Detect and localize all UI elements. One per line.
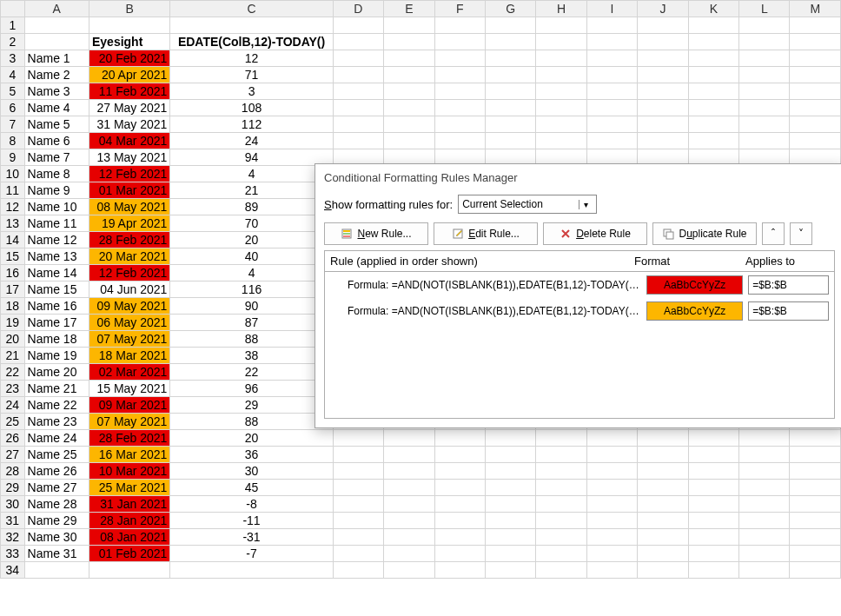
cell[interactable]: 28 Jan 2021 — [89, 513, 169, 529]
row-header[interactable]: 24 — [1, 397, 25, 414]
row-header[interactable]: 2 — [1, 34, 25, 50]
cell[interactable] — [739, 513, 790, 529]
column-header-I[interactable]: I — [586, 1, 637, 17]
cell[interactable] — [89, 17, 169, 34]
cell[interactable] — [384, 116, 434, 133]
column-header-K[interactable]: K — [688, 1, 738, 17]
cell[interactable]: Name 8 — [24, 166, 89, 182]
row-header[interactable]: 12 — [1, 199, 25, 215]
column-header-F[interactable]: F — [434, 1, 485, 17]
cell[interactable]: 20 — [170, 232, 333, 248]
cell[interactable] — [384, 17, 434, 34]
cell[interactable] — [586, 430, 637, 447]
column-header-L[interactable]: L — [739, 1, 790, 17]
cell[interactable] — [739, 100, 790, 116]
cell[interactable] — [485, 562, 535, 579]
cell[interactable] — [333, 83, 383, 100]
cell[interactable] — [586, 50, 637, 67]
cell[interactable] — [485, 67, 535, 83]
cell[interactable] — [790, 100, 841, 116]
cell[interactable] — [536, 496, 586, 513]
rule-row[interactable]: Formula: =AND(NOT(ISBLANK(B1)),EDATE(B1,… — [325, 298, 834, 324]
cell[interactable] — [638, 463, 688, 480]
cell[interactable] — [485, 17, 535, 34]
cell[interactable]: -8 — [170, 496, 333, 513]
cell[interactable]: Name 22 — [24, 397, 89, 414]
cell[interactable]: Name 4 — [24, 100, 89, 116]
row-header[interactable]: 23 — [1, 381, 25, 397]
cell[interactable] — [536, 562, 586, 579]
cell[interactable]: 20 Apr 2021 — [89, 67, 169, 83]
cell[interactable]: Eyesight — [89, 34, 169, 50]
cell[interactable] — [536, 529, 586, 546]
cell[interactable] — [384, 546, 434, 562]
cell[interactable]: 89 — [170, 199, 333, 215]
cell[interactable] — [536, 67, 586, 83]
cell[interactable] — [384, 133, 434, 149]
cell[interactable] — [384, 562, 434, 579]
row-header[interactable]: 25 — [1, 414, 25, 430]
cell[interactable]: Name 6 — [24, 133, 89, 149]
row-header[interactable]: 8 — [1, 133, 25, 149]
cell[interactable] — [739, 480, 790, 496]
cell[interactable]: 08 May 2021 — [89, 199, 169, 215]
cell[interactable] — [586, 480, 637, 496]
cell[interactable]: Name 30 — [24, 529, 89, 546]
cell[interactable] — [638, 562, 688, 579]
cell[interactable] — [739, 50, 790, 67]
cell[interactable] — [638, 447, 688, 463]
cell[interactable] — [170, 17, 333, 34]
cell[interactable] — [333, 34, 383, 50]
cell[interactable]: 112 — [170, 116, 333, 133]
cell[interactable]: 25 Mar 2021 — [89, 480, 169, 496]
cell[interactable] — [586, 529, 637, 546]
row-header[interactable]: 6 — [1, 100, 25, 116]
cell[interactable] — [536, 480, 586, 496]
cell[interactable]: 31 May 2021 — [89, 116, 169, 133]
cell[interactable] — [790, 133, 841, 149]
column-header-G[interactable]: G — [485, 1, 535, 17]
cell[interactable]: 02 Mar 2021 — [89, 364, 169, 381]
cell[interactable]: 4 — [170, 166, 333, 182]
cell[interactable]: 38 — [170, 348, 333, 364]
column-header-D[interactable]: D — [333, 1, 383, 17]
row-header[interactable]: 31 — [1, 513, 25, 529]
cell[interactable] — [434, 83, 485, 100]
cell[interactable] — [688, 480, 738, 496]
cell[interactable]: Name 23 — [24, 414, 89, 430]
cell[interactable] — [739, 529, 790, 546]
cell[interactable]: -31 — [170, 529, 333, 546]
cell[interactable] — [790, 50, 841, 67]
cell[interactable]: 30 — [170, 463, 333, 480]
cell[interactable] — [485, 133, 535, 149]
row-header[interactable]: 34 — [1, 562, 25, 579]
cell[interactable] — [536, 34, 586, 50]
row-header[interactable]: 3 — [1, 50, 25, 67]
cell[interactable] — [586, 100, 637, 116]
cell[interactable] — [536, 447, 586, 463]
cell[interactable] — [333, 546, 383, 562]
cell[interactable] — [739, 133, 790, 149]
cell[interactable] — [485, 447, 535, 463]
cell[interactable] — [434, 116, 485, 133]
cell[interactable]: 3 — [170, 83, 333, 100]
cell[interactable] — [638, 100, 688, 116]
row-header[interactable]: 32 — [1, 529, 25, 546]
cell[interactable] — [638, 133, 688, 149]
cell[interactable] — [384, 480, 434, 496]
cell[interactable]: 11 Feb 2021 — [89, 83, 169, 100]
cell[interactable] — [434, 50, 485, 67]
cell[interactable]: 96 — [170, 381, 333, 397]
cell[interactable] — [536, 83, 586, 100]
row-header[interactable]: 17 — [1, 282, 25, 298]
cell[interactable] — [586, 34, 637, 50]
cell[interactable] — [333, 513, 383, 529]
cell[interactable]: Name 19 — [24, 348, 89, 364]
cell[interactable] — [739, 116, 790, 133]
cell[interactable] — [638, 83, 688, 100]
cell[interactable] — [790, 34, 841, 50]
cell[interactable] — [688, 529, 738, 546]
row-header[interactable]: 16 — [1, 265, 25, 282]
cell[interactable] — [586, 17, 637, 34]
cell[interactable]: 116 — [170, 282, 333, 298]
